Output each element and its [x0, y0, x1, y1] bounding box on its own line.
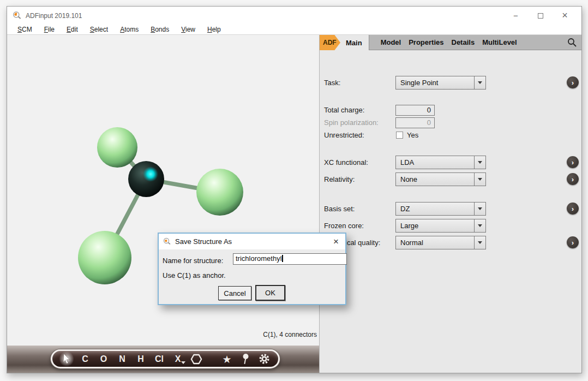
element-nitrogen-button[interactable]: N	[115, 351, 129, 367]
relativity-detail-button[interactable]: ›	[567, 173, 579, 185]
tab-multilevel[interactable]: MultiLevel	[478, 38, 521, 46]
frozen-core-label: Frozen core:	[324, 222, 364, 230]
menu-help[interactable]: Help	[201, 26, 227, 33]
menu-scm[interactable]: SCM	[11, 26, 38, 33]
xc-functional-detail-button[interactable]: ›	[567, 156, 579, 168]
task-select[interactable]: Single Point	[395, 76, 486, 90]
element-chlorine-button[interactable]: Cl	[152, 351, 166, 367]
chevron-down-icon	[181, 361, 185, 364]
maximize-icon	[538, 13, 543, 19]
title-bar: ADFinput 2019.101 − ×	[7, 7, 581, 25]
total-charge-input[interactable]: 0	[395, 105, 435, 116]
menu-bar: SCM File Edit Select Atoms Bonds View He…	[7, 25, 581, 35]
structure-name-row: Name for structure: trichloromethyl	[163, 255, 349, 265]
basis-set-row: Basis set: DZ ›	[320, 202, 581, 216]
menu-atoms[interactable]: Atoms	[114, 26, 145, 33]
chevron-down-icon	[474, 156, 485, 169]
element-toolbar: C O N H Cl X ★	[51, 349, 280, 368]
tab-main[interactable]: Main	[340, 35, 369, 50]
app-logo-icon	[13, 11, 22, 20]
unrestricted-row: Unrestricted: Yes	[320, 131, 581, 140]
total-charge-row: Total charge: 0	[320, 105, 581, 116]
relativity-label: Relativity:	[324, 175, 355, 183]
relativity-select[interactable]: None	[395, 172, 486, 186]
dialog-close-button[interactable]: ×	[330, 236, 342, 248]
tab-details[interactable]: Details	[448, 38, 479, 46]
cancel-button[interactable]: Cancel	[218, 286, 251, 300]
task-label: Task:	[324, 79, 340, 87]
xc-functional-label: XC functional:	[324, 158, 368, 166]
ring-tool-button[interactable]	[189, 351, 203, 367]
dialog-title: Save Structure As	[175, 237, 232, 246]
numerical-quality-select[interactable]: Normal	[395, 236, 486, 249]
basis-set-select[interactable]: DZ	[395, 202, 486, 216]
selection-status: C(1), 4 connectors	[263, 331, 317, 338]
frozen-core-row: Frozen core: Large	[320, 219, 581, 233]
balloon-tool-button[interactable]	[238, 351, 253, 367]
select-tool-button[interactable]	[59, 351, 74, 367]
app-window: ADFinput 2019.101 − × SCM File Edit Sele…	[7, 6, 582, 373]
chevron-down-icon	[474, 76, 485, 89]
star-icon: ★	[222, 353, 231, 365]
tab-adf[interactable]: ADF	[320, 35, 340, 50]
menu-view[interactable]: View	[175, 26, 201, 33]
window-title: ADFinput 2019.101	[26, 12, 82, 20]
element-x-button[interactable]: X	[171, 351, 185, 367]
basis-set-detail-button[interactable]: ›	[567, 203, 579, 215]
close-button[interactable]: ×	[553, 7, 577, 25]
task-detail-button[interactable]: ›	[567, 76, 579, 88]
task-row: Task: Single Point ›	[320, 76, 581, 90]
search-icon[interactable]	[567, 38, 577, 47]
frozen-core-select[interactable]: Large	[395, 219, 486, 233]
spin-polarization-row: Spin polarization: 0	[320, 117, 581, 128]
unrestricted-checkbox[interactable]	[396, 132, 403, 139]
atom-cl	[78, 231, 131, 284]
molecule-viewer[interactable]: C(1), 4 connectors C O N H Cl X	[7, 35, 319, 373]
selection-highlight	[143, 166, 158, 182]
chevron-down-icon	[474, 173, 485, 186]
hexagon-ring-icon	[190, 353, 202, 365]
structures-tool-button[interactable]: ★	[220, 351, 234, 367]
structure-name-input[interactable]: trichloromethyl	[233, 253, 347, 265]
menu-select[interactable]: Select	[84, 26, 114, 33]
xc-functional-row: XC functional: LDA ›	[320, 156, 581, 169]
atom-cl	[196, 169, 243, 216]
ok-button[interactable]: OK	[255, 285, 285, 301]
chevron-down-icon	[474, 236, 485, 249]
element-carbon-button[interactable]: C	[78, 351, 92, 367]
numerical-quality-detail-button[interactable]: ›	[567, 236, 579, 248]
gear-icon	[259, 353, 270, 365]
menu-file[interactable]: File	[38, 26, 61, 33]
menu-bonds[interactable]: Bonds	[145, 26, 175, 33]
chevron-down-icon	[474, 203, 485, 215]
total-charge-label: Total charge:	[324, 106, 364, 114]
maximize-button[interactable]	[528, 7, 553, 25]
close-icon: ×	[562, 10, 568, 21]
tab-bar: ADF Main Model Properties Details MultiL…	[320, 35, 581, 50]
element-x-label: X	[175, 354, 181, 364]
menu-edit[interactable]: Edit	[61, 26, 84, 33]
tab-properties[interactable]: Properties	[405, 38, 447, 46]
chevron-down-icon	[474, 219, 485, 232]
tab-model[interactable]: Model	[377, 38, 405, 46]
element-hydrogen-button[interactable]: H	[134, 351, 148, 367]
close-icon: ×	[333, 236, 339, 247]
unrestricted-checkbox-label: Yes	[407, 131, 418, 139]
settings-panel: ADF Main Model Properties Details MultiL…	[319, 35, 581, 373]
minimize-icon: −	[513, 11, 518, 20]
minimize-button[interactable]: −	[503, 7, 528, 25]
spin-polarization-label: Spin polarization:	[324, 118, 379, 127]
unrestricted-label: Unrestricted:	[324, 131, 364, 139]
xc-functional-select[interactable]: LDA	[395, 156, 486, 169]
basis-set-label: Basis set:	[324, 205, 355, 213]
dialog-app-icon	[163, 237, 171, 246]
settings-tool-button[interactable]	[257, 351, 271, 367]
structure-name-label: Name for structure:	[163, 257, 223, 265]
element-oxygen-button[interactable]: O	[97, 351, 111, 367]
save-structure-dialog: Save Structure As × Name for structure: …	[158, 233, 346, 305]
cursor-arrow-icon	[62, 354, 71, 364]
toolbar-strip: C O N H Cl X ★	[7, 346, 319, 373]
balloon-icon	[241, 353, 250, 365]
numerical-quality-row: Numerical quality: Normal ›	[320, 236, 581, 249]
text-cursor	[282, 255, 283, 262]
